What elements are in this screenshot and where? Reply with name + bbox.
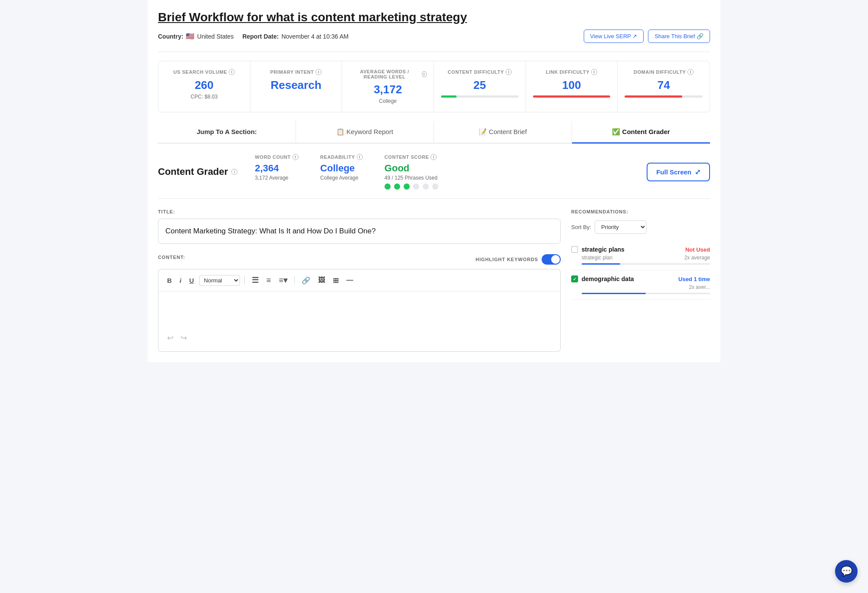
sort-by-select[interactable]: Priority Alphabetical Status [595, 220, 647, 234]
rec-keyword-1: demographic data [571, 275, 634, 282]
info-icon-word-count[interactable]: i [293, 154, 299, 160]
rec-sub-1: 2x aver... [582, 284, 710, 290]
info-icon-avg-words[interactable]: i [422, 71, 427, 77]
cg-stat-label-readability: READABILITY i [320, 154, 363, 160]
content-grader-stats: WORD COUNT i 2,364 3,172 Average READABI… [255, 154, 629, 190]
score-dot-2 [394, 183, 400, 190]
country-name: United States [197, 33, 233, 40]
info-icon-link-difficulty[interactable]: i [591, 69, 597, 75]
content-label: CONTENT: [158, 255, 185, 260]
stat-us-search-volume: US SEARCH VOLUME i 260 CPC: $8.03 [158, 61, 250, 112]
content-score-progress [385, 183, 438, 190]
editor-toolbar: B i U Normal Heading 1 Heading 2 Heading… [158, 269, 561, 291]
rec-checkbox-1[interactable] [571, 275, 578, 282]
score-dot-4 [413, 183, 419, 190]
redo-button[interactable]: ↪ [179, 331, 189, 344]
stat-avg-words: AVERAGE WORDS / READING LEVEL i 3,172 Co… [342, 61, 434, 112]
info-icon-readability[interactable]: i [357, 154, 363, 160]
toolbar-separator-2 [294, 276, 295, 285]
ordered-list-button[interactable]: ☰ [249, 274, 261, 287]
page-title: Brief Workflow for what is content marke… [158, 10, 710, 24]
italic-button[interactable]: i [177, 275, 184, 286]
fullscreen-icon: ⤢ [695, 168, 700, 176]
tab-jump-to-section: Jump To A Section: [158, 121, 296, 143]
rec-keyword-text-1: demographic data [582, 275, 634, 282]
rec-bar-fill-1 [582, 293, 646, 294]
underline-button[interactable]: U [187, 275, 197, 286]
tab-keyword-icon: 📋 [336, 128, 346, 135]
fullscreen-label: Full Screen [656, 168, 691, 176]
info-icon-primary-intent[interactable]: i [316, 69, 322, 75]
bold-button[interactable]: B [164, 275, 174, 286]
recommendations-header: RECOMMENDATIONS: [571, 209, 710, 214]
country-label: Country: [158, 33, 183, 40]
rec-status-0: Not Used [685, 246, 710, 253]
header-buttons: View Live SERP ↗ Share This Brief 🔗 [584, 29, 710, 43]
image-button[interactable]: 🖼 [316, 275, 328, 286]
title-prefix: Brief Workflow for [158, 10, 266, 24]
highlight-keywords-toggle-group: HIGHLIGHT KEYWORDS [476, 254, 561, 265]
report-date-label: Report Date: [242, 33, 279, 40]
cg-stat-value-readability: College [320, 163, 363, 174]
tab-brief-icon: 📝 [479, 128, 489, 135]
stat-label-4: LINK DIFFICULTY i [533, 69, 611, 75]
cg-stat-value-content-score: Good [385, 163, 438, 174]
info-icon-content-grader[interactable]: i [231, 169, 237, 175]
report-date-info: Report Date: November 4 at 10:36 AM [242, 33, 349, 40]
rec-item-header-0: strategic plans Not Used [571, 246, 710, 253]
flag-icon: 🇺🇸 [186, 32, 194, 40]
stat-domain-difficulty: DOMAIN DIFFICULTY i 74 [618, 61, 710, 112]
align-button[interactable]: ≡▾ [276, 274, 290, 287]
stat-bar-5 [625, 95, 703, 98]
title-label: TITLE: [158, 209, 561, 214]
divider-button[interactable]: — [344, 275, 356, 286]
rec-keyword-0: strategic plans [571, 246, 625, 253]
cg-stat-sub-content-score: 49 / 125 Phrases Used [385, 175, 438, 181]
cg-stat-content-score: CONTENT SCORE i Good 49 / 125 Phrases Us… [385, 154, 438, 190]
header-section: Brief Workflow for what is content marke… [158, 10, 710, 52]
rec-bar-0 [582, 263, 710, 265]
table-button[interactable]: ⊞ [330, 275, 341, 286]
stat-bar-fill-4 [533, 95, 611, 98]
recommendation-item-0: strategic plans Not Used strategic plan … [571, 241, 710, 270]
undo-redo-group: ↩ ↪ [165, 331, 189, 344]
editor-section: TITLE: CONTENT: HIGHLIGHT KEYWORDS B i U… [158, 209, 561, 352]
rec-bar-fill-0 [582, 263, 620, 265]
title-input[interactable] [158, 219, 561, 244]
rec-bar-1 [582, 293, 710, 294]
stat-bar-fill-5 [625, 95, 682, 98]
info-icon-search-volume[interactable]: i [229, 69, 235, 75]
tab-content-brief[interactable]: 📝 Content Brief [434, 121, 572, 143]
style-select[interactable]: Normal Heading 1 Heading 2 Heading 3 [199, 275, 240, 286]
tab-keyword-report[interactable]: 📋 Keyword Report [296, 121, 434, 143]
content-grader-title: Content Grader i [158, 166, 237, 177]
recommendations-panel: RECOMMENDATIONS: Sort By: Priority Alpha… [571, 209, 710, 352]
tab-brief-label: Content Brief [489, 128, 527, 135]
recommendations-title: RECOMMENDATIONS: [571, 209, 628, 214]
cg-stat-value-word-count: 2,364 [255, 163, 299, 174]
toolbar-separator-1 [244, 276, 245, 285]
rec-checkbox-0[interactable] [571, 246, 578, 253]
report-date-value: November 4 at 10:36 AM [281, 33, 349, 40]
link-button[interactable]: 🔗 [299, 275, 313, 286]
stat-value-4: 100 [533, 79, 611, 92]
stat-label-5: DOMAIN DIFFICULTY i [625, 69, 703, 75]
undo-button[interactable]: ↩ [165, 331, 175, 344]
main-content: TITLE: CONTENT: HIGHLIGHT KEYWORDS B i U… [158, 209, 710, 352]
stat-label-1: PRIMARY INTENT i [257, 69, 335, 75]
info-icon-content-difficulty[interactable]: i [506, 69, 512, 75]
share-brief-button[interactable]: Share This Brief 🔗 [648, 29, 710, 43]
info-icon-content-score[interactable]: i [431, 154, 437, 160]
stat-bar-4 [533, 95, 611, 98]
content-grader-header: Content Grader i WORD COUNT i 2,364 3,17… [158, 144, 710, 199]
tab-content-grader[interactable]: ✅ Content Grader [572, 121, 710, 143]
info-icon-domain-difficulty[interactable]: i [687, 69, 694, 75]
rec-sub-0: strategic plan 2x average [582, 255, 710, 261]
stat-label-0: US SEARCH VOLUME i [165, 69, 243, 75]
view-live-serp-button[interactable]: View Live SERP ↗ [584, 29, 644, 43]
fullscreen-button[interactable]: Full Screen ⤢ [647, 163, 710, 181]
stat-content-difficulty: CONTENT DIFFICULTY i 25 [434, 61, 526, 112]
unordered-list-button[interactable]: ≡ [264, 274, 274, 287]
cg-stat-sub-readability: College Average [320, 175, 363, 181]
highlight-keywords-toggle[interactable] [542, 254, 561, 265]
